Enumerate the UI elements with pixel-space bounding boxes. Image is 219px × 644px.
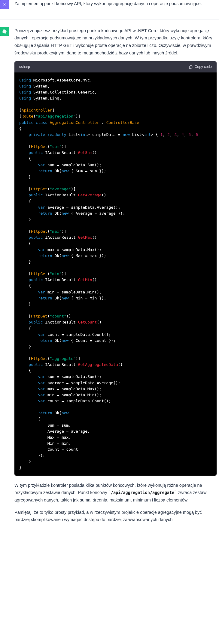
- clipboard-icon: [189, 65, 193, 69]
- code-header: csharp Copy code: [14, 61, 217, 72]
- assistant-message-body: Poniżej znajdziesz przykład prostego pun…: [14, 27, 219, 528]
- copy-code-button[interactable]: Copy code: [189, 64, 212, 70]
- user-text: Zaimplementuj punkt końcowy API, który w…: [14, 0, 217, 8]
- code-scroll[interactable]: using Microsoft.AspNetCore.Mvc; using Sy…: [14, 72, 217, 476]
- svg-point-0: [4, 3, 5, 5]
- user-message-body: Zaimplementuj punkt końcowy API, który w…: [14, 0, 219, 12]
- code-language-label: csharp: [19, 64, 30, 70]
- person-icon: [2, 2, 7, 7]
- user-avatar: [0, 0, 9, 9]
- assistant-avatar: [0, 27, 9, 36]
- assistant-intro: Poniżej znajdziesz przykład prostego pun…: [14, 27, 217, 57]
- svg-rect-1: [190, 66, 192, 68]
- code-content: using Microsoft.AspNetCore.Mvc; using Sy…: [19, 77, 212, 471]
- assistant-message-row: Poniżej znajdziesz przykład prostego pun…: [0, 27, 219, 535]
- message-separator: [0, 20, 219, 20]
- assistant-outro-2: Pamiętaj, że to tylko prosty przykład, a…: [14, 509, 217, 523]
- user-message-row: Zaimplementuj punkt końcowy API, który w…: [0, 0, 219, 20]
- code-block: csharp Copy code using Microsoft.AspNetC…: [14, 61, 217, 476]
- assistant-outro-1: W tym przykładzie kontroler posiada kilk…: [14, 482, 217, 504]
- endpoint-code: `/api/aggregation/aggregate`: [108, 490, 177, 495]
- copy-code-label: Copy code: [195, 64, 212, 70]
- openai-icon: [2, 29, 7, 34]
